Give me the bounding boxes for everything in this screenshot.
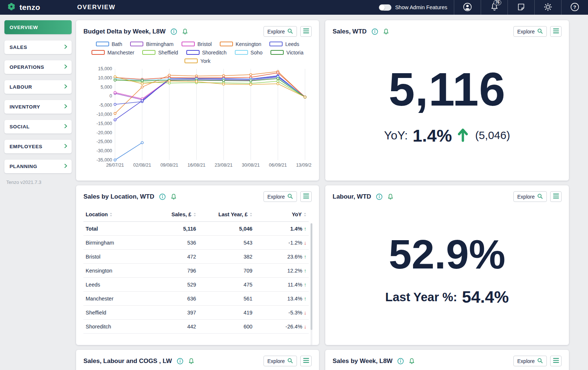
admin-features-toggle[interactable]: Show Admin Features xyxy=(379,4,447,11)
cell-yoy: -1.2%↓ xyxy=(255,236,309,250)
cell-location: Birmingham xyxy=(83,236,142,250)
hamburger-icon xyxy=(303,358,309,364)
sidebar-item-labour[interactable]: LABOUR xyxy=(4,80,72,94)
legend-swatch xyxy=(182,42,195,46)
settings-gear-button[interactable] xyxy=(535,0,561,15)
scrollbar-thumb[interactable] xyxy=(311,223,312,330)
sidebar-item-overview[interactable]: OVERVIEW xyxy=(4,20,72,34)
card-menu-button[interactable] xyxy=(550,26,562,37)
legend-item-shoreditch[interactable]: Shoreditch xyxy=(186,50,227,56)
column-header-sales[interactable]: Sales, £ xyxy=(142,208,198,222)
yoy-label: YoY: xyxy=(384,129,408,142)
info-icon[interactable] xyxy=(159,193,166,200)
legend-item-leeds[interactable]: Leeds xyxy=(269,41,299,47)
table-row: Leeds52947511.4%↑ xyxy=(83,278,309,292)
info-icon[interactable] xyxy=(376,193,383,200)
legend-item-birmingham[interactable]: Birmingham xyxy=(130,41,173,47)
sidebar-item-employees[interactable]: EMPLOYEES xyxy=(4,140,72,153)
sidebar-item-sales[interactable]: SALES xyxy=(4,40,72,54)
cell-location: Sheffield xyxy=(83,306,142,320)
legend-item-bath[interactable]: Bath xyxy=(96,41,122,47)
sidebar-item-inventory[interactable]: INVENTORY xyxy=(4,100,72,114)
sidebar-item-planning[interactable]: PLANNING xyxy=(4,160,72,173)
column-header-yoy[interactable]: YoY xyxy=(255,208,309,222)
sales-labour-cogs-card: Sales, Labour and COGS , LW Explore xyxy=(76,350,319,370)
notifications-bell-icon[interactable]: 76 xyxy=(481,0,508,15)
info-icon[interactable] xyxy=(372,28,378,35)
legend-swatch xyxy=(184,58,198,63)
svg-text:09/08/21: 09/08/21 xyxy=(160,163,178,168)
table-row: Manchester63656113.4%↑ xyxy=(83,292,309,306)
alert-bell-icon[interactable] xyxy=(182,28,188,35)
info-icon[interactable] xyxy=(397,358,404,364)
card-menu-button[interactable] xyxy=(300,26,312,37)
up-arrow-icon: ↑ xyxy=(304,226,306,232)
card-title: Sales, Labour and COGS , LW xyxy=(83,357,172,365)
legend-swatch xyxy=(270,50,284,55)
card-menu-button[interactable] xyxy=(300,356,312,366)
card-title: Sales by Week, L8W xyxy=(333,357,392,365)
card-menu-button[interactable] xyxy=(300,191,312,202)
sort-icon xyxy=(193,212,196,218)
legend-item-victoria[interactable]: Victoria xyxy=(270,50,303,56)
svg-text:30/08/21: 30/08/21 xyxy=(242,163,260,168)
notification-badge: 76 xyxy=(494,0,501,5)
down-arrow-icon: ↓ xyxy=(304,324,306,330)
alert-bell-icon[interactable] xyxy=(387,193,394,200)
explore-button[interactable]: Explore xyxy=(263,191,297,202)
user-account-icon[interactable] xyxy=(454,0,481,15)
legend-label: Soho xyxy=(251,50,263,56)
sales-wtd-value: 5,116 xyxy=(388,66,505,113)
explore-button[interactable]: Explore xyxy=(513,356,547,366)
dashboard-grid: Budget Delta by Week, L8W Explore BathBi… xyxy=(76,20,569,370)
explore-button[interactable]: Explore xyxy=(513,191,547,202)
last-year-value: 54.4% xyxy=(462,288,509,307)
help-button[interactable]: ? xyxy=(562,0,588,15)
up-arrow-icon: ↑ xyxy=(304,254,306,260)
info-icon[interactable] xyxy=(177,358,183,364)
up-arrow-icon: ↑ xyxy=(304,268,306,274)
legend-item-manchester[interactable]: Manchester xyxy=(92,50,134,56)
cell-sales: 636 xyxy=(142,292,198,306)
yoy-up-arrow-icon xyxy=(457,127,469,144)
sales-wtd-card: Sales, WTD Explore 5,116 YoY: 1.4% (5,04… xyxy=(325,20,569,181)
cell-sales: 529 xyxy=(142,278,198,292)
svg-text:-35,000: -35,000 xyxy=(97,157,112,163)
cell-sales: 536 xyxy=(142,236,198,250)
table-scrollbar[interactable] xyxy=(311,223,312,345)
svg-text:15,000: 15,000 xyxy=(98,66,112,71)
table-row: Sheffield397419-5.3%↓ xyxy=(83,306,309,320)
alert-bell-icon[interactable] xyxy=(171,193,177,200)
notes-icon-button[interactable] xyxy=(508,0,534,15)
toggle-knob xyxy=(379,5,385,10)
table-row: Birmingham536543-1.2%↓ xyxy=(83,236,309,250)
legend-item-york[interactable]: York xyxy=(184,58,211,64)
alert-bell-icon[interactable] xyxy=(383,28,389,35)
alert-bell-icon[interactable] xyxy=(409,358,415,364)
legend-item-soho[interactable]: Soho xyxy=(235,50,263,56)
explore-button[interactable]: Explore xyxy=(263,356,297,366)
svg-text:5,000: 5,000 xyxy=(101,85,112,90)
explore-label: Explore xyxy=(517,194,535,200)
explore-button[interactable]: Explore xyxy=(263,26,297,37)
column-header-location[interactable]: Location xyxy=(83,208,142,222)
info-icon[interactable] xyxy=(171,28,177,35)
column-header-last-year[interactable]: Last Year, £ xyxy=(198,208,255,222)
sidebar-item-social[interactable]: SOCIAL xyxy=(4,120,72,134)
card-menu-button[interactable] xyxy=(550,356,562,366)
toggle-switch[interactable] xyxy=(379,4,391,11)
sidebar-item-operations[interactable]: OPERATIONS xyxy=(4,60,72,74)
table-row: Kensington79670912.2%↑ xyxy=(83,264,309,278)
down-arrow-icon: ↓ xyxy=(304,240,306,246)
legend-item-bristol[interactable]: Bristol xyxy=(182,41,212,47)
explore-button[interactable]: Explore xyxy=(513,26,547,37)
legend-item-kensington[interactable]: Kensington xyxy=(220,41,261,47)
chevron-right-icon xyxy=(64,124,67,129)
brand: tenzo xyxy=(0,2,65,13)
card-menu-button[interactable] xyxy=(550,191,562,202)
cell-location: Leeds xyxy=(83,278,142,292)
cell-yoy: 11.4%↑ xyxy=(255,278,309,292)
cell-last-year: 600 xyxy=(198,320,255,334)
alert-bell-icon[interactable] xyxy=(188,358,194,364)
legend-item-sheffield[interactable]: Sheffield xyxy=(142,50,178,56)
